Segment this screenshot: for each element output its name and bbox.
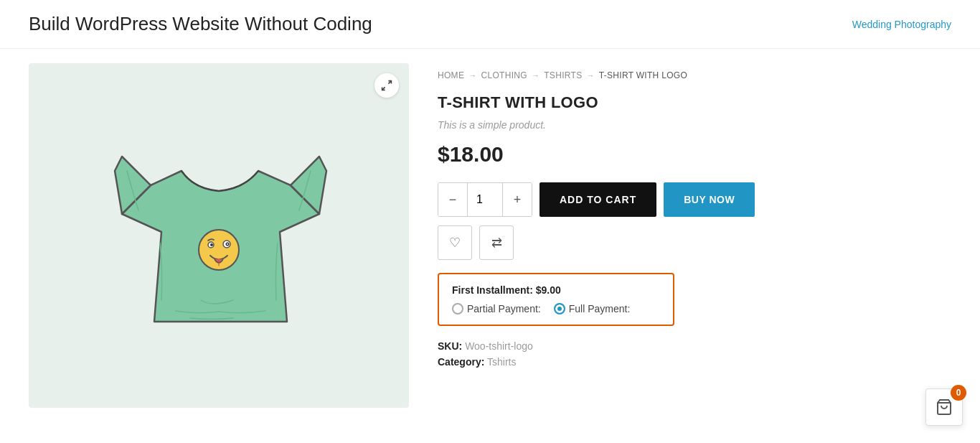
partial-payment-label: Partial Payment: bbox=[467, 303, 541, 314]
payment-box: First Installment: $9.00 Partial Payment… bbox=[438, 273, 674, 326]
breadcrumb-home[interactable]: HOME bbox=[438, 70, 464, 80]
product-image-wrapper bbox=[29, 63, 409, 408]
heart-icon: ♡ bbox=[449, 235, 461, 251]
quantity-decrease-button[interactable]: − bbox=[438, 182, 467, 217]
site-header: Build WordPress Website Without Coding W… bbox=[0, 0, 980, 49]
payment-options: Partial Payment: Full Payment: bbox=[452, 303, 660, 314]
svg-point-4 bbox=[210, 243, 213, 246]
product-title: T-SHIRT WITH LOGO bbox=[438, 93, 951, 112]
quantity-input[interactable] bbox=[467, 182, 503, 217]
cart-badge: 0 bbox=[951, 385, 966, 401]
product-price: $18.00 bbox=[438, 142, 951, 167]
product-image bbox=[83, 99, 355, 372]
nav-link[interactable]: Wedding Photography bbox=[852, 19, 951, 30]
partial-payment-radio[interactable] bbox=[452, 303, 463, 314]
expand-icon bbox=[381, 80, 392, 91]
buy-now-button[interactable]: BUY NOW bbox=[664, 182, 755, 217]
breadcrumb-arrow-2: → bbox=[532, 71, 540, 80]
product-category: Category: Tshirts bbox=[438, 356, 951, 368]
payment-title: First Installment: $9.00 bbox=[452, 284, 660, 296]
site-title: Build WordPress Website Without Coding bbox=[29, 13, 372, 35]
svg-point-7 bbox=[227, 243, 228, 245]
product-sku: SKU: Woo-tshirt-logo bbox=[438, 340, 951, 352]
breadcrumb-clothing[interactable]: CLOTHING bbox=[481, 70, 527, 80]
full-payment-option[interactable]: Full Payment: bbox=[554, 303, 631, 314]
product-details: HOME → CLOTHING → TSHIRTS → T-SHIRT WITH… bbox=[438, 63, 951, 408]
action-row: ♡ ⇄ bbox=[438, 225, 951, 260]
expand-button[interactable] bbox=[374, 73, 399, 98]
category-label: Category: bbox=[438, 356, 484, 368]
cart-row: − + ADD TO CART BUY NOW bbox=[438, 182, 951, 217]
category-value[interactable]: Tshirts bbox=[487, 356, 516, 368]
breadcrumb-arrow-1: → bbox=[468, 71, 476, 80]
breadcrumb: HOME → CLOTHING → TSHIRTS → T-SHIRT WITH… bbox=[438, 70, 951, 80]
quantity-control: − + bbox=[438, 182, 532, 217]
payment-first-installment-label: First Installment: bbox=[452, 284, 533, 296]
breadcrumb-tshirts[interactable]: TSHIRTS bbox=[544, 70, 582, 80]
partial-payment-option[interactable]: Partial Payment: bbox=[452, 303, 541, 314]
full-payment-radio[interactable] bbox=[554, 303, 565, 314]
compare-icon: ⇄ bbox=[491, 235, 502, 251]
breadcrumb-current: T-SHIRT WITH LOGO bbox=[599, 70, 687, 80]
full-payment-label: Full Payment: bbox=[569, 303, 631, 314]
product-tagline: This is a simple product. bbox=[438, 119, 951, 131]
compare-button[interactable]: ⇄ bbox=[479, 225, 514, 260]
payment-first-installment-value: $9.00 bbox=[536, 284, 561, 296]
cart-icon bbox=[936, 398, 953, 416]
main-content: HOME → CLOTHING → TSHIRTS → T-SHIRT WITH… bbox=[0, 49, 980, 422]
sku-value[interactable]: Woo-tshirt-logo bbox=[465, 340, 533, 352]
add-to-cart-button[interactable]: ADD TO CART bbox=[540, 182, 656, 217]
wishlist-button[interactable]: ♡ bbox=[438, 225, 472, 260]
sku-label: SKU: bbox=[438, 340, 462, 352]
breadcrumb-arrow-3: → bbox=[586, 71, 594, 80]
quantity-increase-button[interactable]: + bbox=[503, 182, 532, 217]
cart-widget[interactable]: 0 bbox=[925, 388, 963, 426]
